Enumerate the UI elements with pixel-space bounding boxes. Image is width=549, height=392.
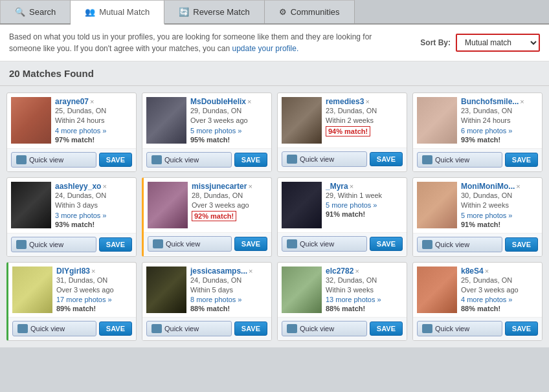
close-button[interactable]: × xyxy=(249,267,252,275)
quick-view-button[interactable]: Quick view xyxy=(12,321,96,336)
close-button[interactable]: × xyxy=(350,182,353,190)
card-actions: Quick view SAVE xyxy=(278,232,407,256)
profile-username[interactable]: elc2782 xyxy=(326,267,353,276)
save-button[interactable]: SAVE xyxy=(370,321,403,336)
more-photos-link[interactable]: 17 more photos » xyxy=(56,296,112,303)
profile-username[interactable]: _Myra xyxy=(326,182,348,191)
save-button[interactable]: SAVE xyxy=(99,153,132,167)
quick-view-button[interactable]: Quick view xyxy=(148,236,232,252)
header-bar: Based on what you told us in your profil… xyxy=(0,25,549,61)
match-percent: 93% match! xyxy=(461,136,500,144)
quick-view-button[interactable]: Quick view xyxy=(282,151,367,167)
save-button[interactable]: SAVE xyxy=(505,153,538,167)
quick-view-button[interactable]: Quick view xyxy=(282,236,367,252)
close-button[interactable]: × xyxy=(485,267,489,275)
quick-view-icon xyxy=(287,155,297,164)
update-profile-link[interactable]: update your profile. xyxy=(232,44,299,53)
more-photos-link[interactable]: 5 more photos » xyxy=(190,127,242,135)
match-percent: 95% match! xyxy=(190,136,230,144)
card-info: _Myra× 29, Within 1 week 5 more photos »… xyxy=(326,182,403,228)
quick-view-icon xyxy=(151,324,162,333)
tab-communities[interactable]: ⚙ Communities xyxy=(265,0,355,23)
profile-username[interactable]: DIYgirl83 xyxy=(56,267,90,276)
save-button[interactable]: SAVE xyxy=(234,237,267,251)
more-photos-link[interactable]: 4 more photos » xyxy=(461,296,513,303)
close-button[interactable]: × xyxy=(91,267,95,275)
close-button[interactable]: × xyxy=(248,182,252,190)
save-button[interactable]: SAVE xyxy=(370,237,403,251)
quick-view-label: Quick view xyxy=(29,156,63,164)
more-photos-link[interactable]: 5 more photos » xyxy=(326,201,377,209)
quick-view-button[interactable]: Quick view xyxy=(417,237,502,252)
tab-search[interactable]: 🔍 Search xyxy=(0,0,71,23)
profile-photo xyxy=(148,182,188,228)
user-last-active: Within 5 days xyxy=(190,286,233,294)
tab-reverse-match[interactable]: 🔄 Reverse Match xyxy=(164,0,264,23)
user-age: 28, xyxy=(192,191,201,199)
more-photos-link[interactable]: 4 more photos » xyxy=(55,127,107,135)
profile-username[interactable]: aashleyy_xo xyxy=(55,182,101,191)
quick-view-label: Quick view xyxy=(166,240,200,248)
save-button[interactable]: SAVE xyxy=(99,321,132,336)
tab-mutual-match-label: Mutual Match xyxy=(99,7,150,17)
save-button[interactable]: SAVE xyxy=(370,152,403,166)
quick-view-button[interactable]: Quick view xyxy=(146,321,232,336)
close-button[interactable]: × xyxy=(355,267,359,275)
card-actions: Quick view SAVE xyxy=(413,148,542,171)
close-button[interactable]: × xyxy=(247,98,251,105)
more-photos-link[interactable]: 8 more photos » xyxy=(190,296,242,303)
close-button[interactable]: × xyxy=(516,182,520,190)
profile-username[interactable]: remedies3 xyxy=(326,97,364,106)
profile-card: k8eS4× 25, Dundas, ON Over 3 weeks ago 4… xyxy=(412,262,543,342)
close-button[interactable]: × xyxy=(365,98,369,105)
profile-card: missjunecarter× 28, Dundas, ON Over 3 we… xyxy=(142,177,272,257)
save-button[interactable]: SAVE xyxy=(99,237,132,252)
user-age: 25, xyxy=(461,276,471,284)
more-photos-link[interactable]: 3 more photos » xyxy=(55,212,107,219)
user-last-active: Within 24 hours xyxy=(461,116,510,124)
card-info: MsDoubleHelix× 29, Dundas, ON Over 3 wee… xyxy=(190,97,267,144)
profile-username[interactable]: MsDoubleHelix xyxy=(190,97,246,106)
close-button[interactable]: × xyxy=(520,98,524,105)
tabs-bar: 🔍 Search 👥 Mutual Match 🔄 Reverse Match … xyxy=(0,0,549,25)
user-location: Dundas, ON xyxy=(204,191,243,199)
card-actions: Quick view SAVE xyxy=(278,317,407,340)
profile-card: aashleyy_xo× 24, Dundas, ON Within 3 day… xyxy=(6,177,137,257)
profile-photo xyxy=(282,182,322,228)
more-photos-link[interactable]: 6 more photos » xyxy=(461,127,513,135)
quick-view-button[interactable]: Quick view xyxy=(417,152,502,168)
sort-select[interactable]: Mutual match Newest Last online % Match xyxy=(456,34,540,52)
user-age: 24, xyxy=(190,276,200,284)
quick-view-button[interactable]: Quick view xyxy=(11,152,96,168)
card-actions: Quick view SAVE xyxy=(7,148,136,171)
card-info: remedies3× 23, Dundas, ON Within 2 weeks… xyxy=(326,97,403,144)
match-highlight: 94% match! xyxy=(326,126,370,136)
profile-username[interactable]: jessicasamps... xyxy=(190,267,247,276)
profile-username[interactable]: Bunchofsmile... xyxy=(461,97,519,106)
save-button[interactable]: SAVE xyxy=(505,237,538,252)
profile-username[interactable]: missjunecarter xyxy=(192,182,247,191)
quick-view-button[interactable]: Quick view xyxy=(146,152,232,168)
tab-mutual-match[interactable]: 👥 Mutual Match xyxy=(71,0,164,25)
quick-view-button[interactable]: Quick view xyxy=(11,237,96,252)
user-last-active: Within 2 weeks xyxy=(326,116,374,124)
user-last-active: Over 3 weeks ago xyxy=(56,286,114,294)
user-location: Dundas, ON xyxy=(69,276,108,284)
match-percent: 93% match! xyxy=(55,221,95,228)
user-location: Dundas, ON xyxy=(67,107,107,114)
save-button[interactable]: SAVE xyxy=(234,153,267,167)
save-button[interactable]: SAVE xyxy=(234,321,267,336)
profile-username[interactable]: MoniMoniMo... xyxy=(461,182,515,191)
more-photos-link[interactable]: 5 more photos » xyxy=(461,212,513,219)
card-actions: Quick view SAVE xyxy=(7,233,136,256)
profile-username[interactable]: k8eS4 xyxy=(461,267,484,276)
profile-card: Bunchofsmile...× 23, Dundas, ON Within 2… xyxy=(412,93,543,172)
close-button[interactable]: × xyxy=(102,182,106,190)
close-button[interactable]: × xyxy=(90,98,94,105)
save-button[interactable]: SAVE xyxy=(505,321,538,336)
quick-view-button[interactable]: Quick view xyxy=(417,321,502,336)
more-photos-link[interactable]: 13 more photos » xyxy=(326,296,381,303)
quick-view-button[interactable]: Quick view xyxy=(282,321,367,336)
profile-photo xyxy=(12,267,52,313)
profile-username[interactable]: arayne07 xyxy=(55,97,89,106)
